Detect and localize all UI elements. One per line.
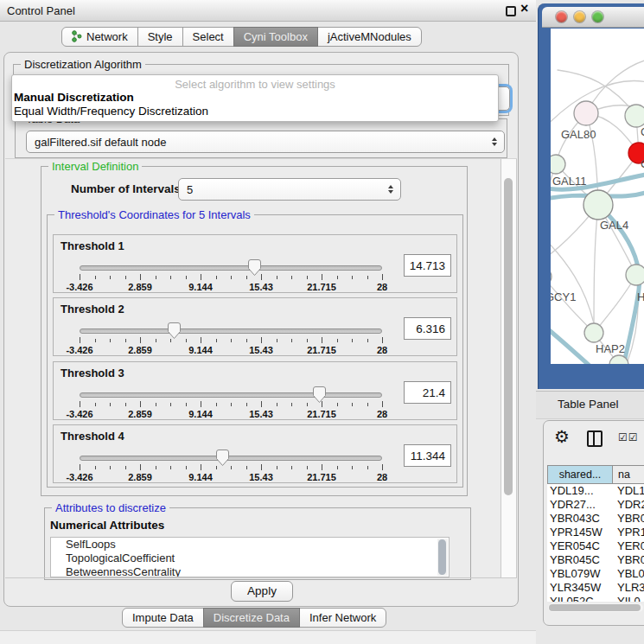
- slider-thumb[interactable]: [168, 322, 181, 339]
- cell-shared-name: YER054C: [547, 539, 613, 553]
- list-scrollbar[interactable]: [437, 539, 448, 576]
- tick-mark: [322, 337, 322, 343]
- axis-tick-label: 9.144: [188, 345, 213, 355]
- select-columns-icon[interactable]: ☑☑: [618, 431, 639, 443]
- slider-ticks: [80, 337, 382, 344]
- tick-mark: [322, 464, 322, 470]
- tick-mark: [277, 403, 277, 406]
- threshold-value-field[interactable]: 21.4: [404, 381, 451, 404]
- slider-thumb[interactable]: [216, 450, 229, 466]
- tick-mark: [156, 339, 156, 342]
- slider-thumb[interactable]: [248, 259, 261, 276]
- network-node-label: GCY1: [551, 290, 576, 303]
- network-node[interactable]: [583, 190, 613, 220]
- threshold-value-field[interactable]: 11.344: [404, 444, 451, 467]
- vertical-scrollbar-thumb[interactable]: [504, 178, 513, 495]
- horizontal-scrollbar[interactable]: [548, 603, 643, 612]
- tick-mark: [125, 466, 126, 469]
- table-data-combobox[interactable]: galFiltered.sif default node: [26, 131, 505, 153]
- table-row[interactable]: YDL19...YDL1: [547, 484, 644, 498]
- threshold-value-field[interactable]: 6.316: [404, 317, 451, 340]
- slider-thumb[interactable]: [313, 386, 326, 403]
- minimize-traffic-light[interactable]: [574, 11, 585, 22]
- column-header-shared[interactable]: shared...: [547, 465, 613, 484]
- threshold-2-slider[interactable]: -3.4262.8599.14415.4321.71528: [80, 324, 382, 355]
- tab-cyni-toolbox[interactable]: Cyni Toolbox: [233, 27, 318, 47]
- tick-mark: [80, 464, 80, 470]
- table-data-value: galFiltered.sif default node: [35, 136, 166, 149]
- number-of-intervals-combobox[interactable]: 5: [178, 178, 401, 201]
- table-row[interactable]: YDR27...YDR2: [547, 498, 644, 512]
- tab-infer-network[interactable]: Infer Network: [299, 608, 386, 628]
- list-scrollbar-thumb[interactable]: [438, 539, 446, 575]
- apply-button[interactable]: Apply: [231, 581, 293, 602]
- network-view-window: GAL80GACGAL11GAL4GCY1HHAP2: [538, 3, 644, 389]
- network-icon: [72, 29, 82, 48]
- cell-name: YBR0: [613, 512, 644, 526]
- popup-item-equal-width-frequency[interactable]: Equal Width/Frequency Discretization: [14, 105, 208, 118]
- popup-hint: Select algorithm to view settings: [12, 78, 498, 91]
- tab-jactivemnodules[interactable]: jActiveMNodules: [317, 27, 422, 47]
- network-node[interactable]: [625, 105, 644, 127]
- tick-mark: [156, 466, 156, 469]
- column-header-name[interactable]: na: [613, 465, 644, 484]
- tick-mark: [140, 401, 141, 407]
- tick-mark: [231, 466, 232, 469]
- table-row[interactable]: YIL052CYIL0: [547, 595, 644, 602]
- horizontal-scrollbar-thumb[interactable]: [549, 604, 641, 611]
- axis-tick-label: 21.715: [307, 409, 336, 419]
- threshold-1-slider[interactable]: -3.4262.8599.14415.4321.71528: [80, 261, 382, 292]
- tick-mark: [95, 403, 96, 406]
- tick-mark: [382, 401, 383, 407]
- table-row[interactable]: YER054CYER0: [547, 539, 644, 553]
- table-row[interactable]: YLR345WYLR3: [547, 581, 644, 595]
- numerical-attributes-list[interactable]: SelfLoops TopologicalCoefficient Between…: [50, 537, 450, 577]
- tick-mark: [367, 466, 368, 469]
- vertical-scrollbar[interactable]: [501, 159, 517, 577]
- list-item[interactable]: TopologicalCoefficient: [51, 552, 449, 565]
- tick-mark: [322, 274, 322, 280]
- tab-impute-data[interactable]: Impute Data: [122, 608, 204, 628]
- network-canvas[interactable]: GAL80GACGAL11GAL4GCY1HHAP2: [551, 29, 644, 364]
- network-node[interactable]: [626, 265, 644, 285]
- slider-track[interactable]: [80, 456, 382, 461]
- table-row[interactable]: YPR145WYPR1: [547, 526, 644, 539]
- list-item[interactable]: SelfLoops: [51, 538, 449, 552]
- threshold-value-field[interactable]: 14.713: [404, 254, 451, 277]
- network-node[interactable]: [551, 155, 565, 174]
- popup-item-manual-discretization[interactable]: Manual Discretization: [14, 91, 134, 104]
- network-node-label: GA: [641, 125, 644, 138]
- network-node[interactable]: [551, 268, 552, 285]
- tick-mark: [367, 339, 368, 342]
- tick-mark: [382, 337, 383, 343]
- tab-discretize-data[interactable]: Discretize Data: [203, 608, 300, 628]
- network-node[interactable]: [574, 101, 598, 125]
- cell-name: YDL1: [613, 484, 644, 498]
- table-row[interactable]: YBL079WYBL0: [547, 567, 644, 581]
- float-window-icon[interactable]: [506, 6, 516, 16]
- zoom-traffic-light[interactable]: [592, 11, 603, 22]
- threshold-3-slider[interactable]: -3.4262.8599.14415.4321.71528: [80, 388, 382, 419]
- slider-track[interactable]: [80, 265, 382, 271]
- slider-track[interactable]: [80, 328, 382, 334]
- threshold-4-slider[interactable]: -3.4262.8599.14415.4321.71528: [80, 451, 382, 482]
- list-item[interactable]: BetweennessCentrality: [51, 565, 449, 577]
- close-traffic-light[interactable]: [556, 11, 567, 22]
- split-panel-icon[interactable]: [587, 430, 603, 447]
- network-node[interactable]: [584, 323, 603, 342]
- table-row[interactable]: YBR045CYBR0: [547, 553, 644, 567]
- tab-network[interactable]: Network: [61, 27, 138, 47]
- tick-mark: [201, 274, 201, 280]
- gear-icon[interactable]: ⚙: [554, 426, 570, 447]
- table-body: YDL19...YDL1YDR27...YDR2YBR043CYBR0YPR14…: [547, 484, 644, 602]
- tick-mark: [216, 276, 217, 279]
- axis-tick-label: 28: [377, 282, 387, 292]
- tick-mark: [216, 466, 217, 469]
- tab-style[interactable]: Style: [137, 27, 183, 47]
- close-icon[interactable]: ×: [520, 1, 528, 16]
- slider-track[interactable]: [80, 392, 382, 398]
- table-row[interactable]: YBR043CYBR0: [547, 512, 644, 526]
- tab-select[interactable]: Select: [182, 27, 234, 47]
- tick-mark: [170, 403, 171, 406]
- tick-mark: [201, 401, 201, 407]
